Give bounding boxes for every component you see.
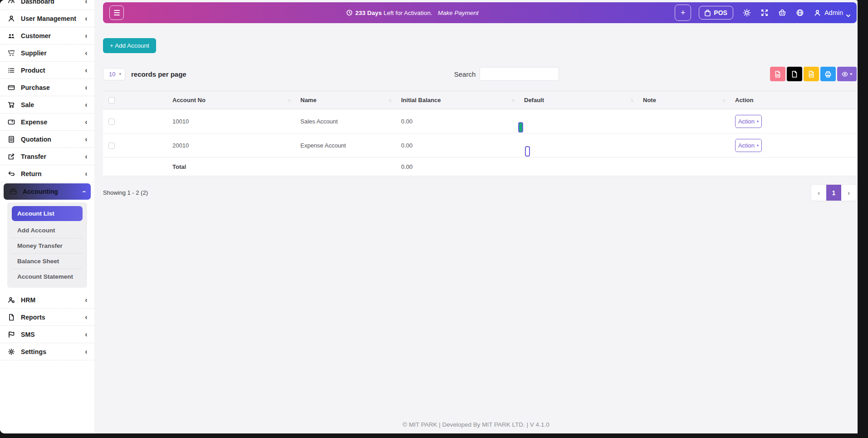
chevron-left-icon: ‹ xyxy=(85,135,87,143)
flag-icon xyxy=(7,330,15,339)
sort-icon[interactable]: ↑↓ xyxy=(630,98,633,103)
submenu-item-balance-sheet[interactable]: Balance Sheet xyxy=(12,254,83,269)
submenu-item-money-transfer[interactable]: Money Transfer xyxy=(12,238,83,254)
table-controls: 10 ▾ records per page Search xyxy=(103,67,857,81)
page-1-button[interactable]: 1 xyxy=(826,185,841,201)
sidebar-item-settings[interactable]: Settings ‹ xyxy=(0,343,94,360)
total-value: 0.00 xyxy=(396,157,519,176)
print-button[interactable] xyxy=(820,67,836,81)
users-icon xyxy=(7,32,15,40)
sidebar: Dashboard ‹ User Management ‹ Customer ‹… xyxy=(0,0,94,433)
chevron-down-icon: ▾ xyxy=(850,72,852,76)
cell-note xyxy=(638,109,730,133)
row-checkbox[interactable] xyxy=(108,143,115,149)
app-window: Dashboard ‹ User Management ‹ Customer ‹… xyxy=(0,0,858,433)
table-total-row: Total 0.00 xyxy=(103,157,857,176)
sidebar-item-product[interactable]: Product ‹ xyxy=(0,62,94,79)
chevron-down-icon: ▾ xyxy=(757,143,759,148)
printer-icon xyxy=(825,71,831,78)
accounting-submenu: Account List Add Account Money Transfer … xyxy=(7,202,87,288)
next-page-button[interactable]: › xyxy=(841,185,856,201)
export-buttons: ▾ xyxy=(770,67,857,81)
make-payment-link[interactable]: Make Payment xyxy=(438,10,479,16)
sidebar-item-reports[interactable]: Reports ‹ xyxy=(0,309,94,326)
chevron-left-icon: ‹ xyxy=(85,296,87,304)
records-per-page-label: records per page xyxy=(131,70,186,78)
chevron-left-icon: ‹ xyxy=(85,49,87,57)
file-pdf-icon xyxy=(775,71,781,78)
search-input[interactable] xyxy=(480,67,559,81)
chevron-down-icon: ‹ xyxy=(80,191,88,192)
chevron-left-icon: ‹ xyxy=(85,330,87,339)
row-action-dropdown[interactable]: Action▾ xyxy=(735,139,762,152)
pos-button[interactable]: POS xyxy=(699,6,733,20)
select-all-checkbox[interactable] xyxy=(108,97,115,103)
col-header-default[interactable]: Default↑↓ xyxy=(519,91,638,109)
col-header-initial-balance[interactable]: Initial Balance↑↓ xyxy=(396,91,519,109)
sidebar-item-dashboard[interactable]: Dashboard ‹ xyxy=(0,0,94,10)
prev-page-button[interactable]: ‹ xyxy=(811,185,826,201)
records-per-page-select[interactable]: 10 ▾ xyxy=(103,68,125,80)
sidebar-item-customer[interactable]: Customer ‹ xyxy=(0,27,94,44)
chevron-left-icon: ‹ xyxy=(85,32,87,40)
quick-add-button[interactable]: + xyxy=(675,5,691,21)
sidebar-item-accounting[interactable]: Accounting ‹ xyxy=(4,183,91,200)
gear-icon xyxy=(7,348,15,356)
sidebar-item-purchase[interactable]: Purchase ‹ xyxy=(0,79,94,96)
toggle-handle xyxy=(518,122,523,133)
share-icon xyxy=(7,153,15,161)
export-pdf-button[interactable] xyxy=(770,67,785,81)
column-visibility-button[interactable]: ▾ xyxy=(837,67,857,81)
cell-name: Sales Account xyxy=(295,109,396,133)
sort-icon[interactable]: ↑↓ xyxy=(288,98,290,103)
sidebar-item-expense[interactable]: Expense ‹ xyxy=(0,113,94,131)
wallet-icon xyxy=(7,118,15,126)
sun-icon[interactable] xyxy=(743,9,751,17)
sidebar-item-sale[interactable]: Sale ‹ xyxy=(0,96,94,113)
file-icon xyxy=(791,71,798,78)
sidebar-item-supplier[interactable]: Supplier ‹ xyxy=(0,44,94,62)
activation-days: 233 Days xyxy=(355,10,382,16)
list-icon xyxy=(7,66,15,74)
chevron-left-icon: ‹ xyxy=(85,66,87,74)
activation-text: Left for Activation. xyxy=(383,10,432,16)
cell-account-no: 10010 xyxy=(167,109,295,133)
sidebar-item-transfer[interactable]: Transfer ‹ xyxy=(0,148,94,165)
submenu-item-account-statement[interactable]: Account Statement xyxy=(12,269,83,284)
col-header-name[interactable]: Name↑↓ xyxy=(295,91,396,109)
col-header-note[interactable]: Note↑↓ xyxy=(638,91,730,109)
accounts-table: Account No↑↓ Name↑↓ Initial Balance↑↓ De… xyxy=(103,91,857,176)
export-csv-button[interactable] xyxy=(787,67,802,81)
sidebar-item-return[interactable]: Return ‹ xyxy=(0,165,94,182)
cell-initial-balance: 0.00 xyxy=(396,109,519,133)
search-group: Search xyxy=(454,67,559,81)
globe-icon[interactable] xyxy=(796,9,804,17)
sidebar-item-hrm[interactable]: HRM ‹ xyxy=(0,291,94,309)
sidebar-toggle-button[interactable] xyxy=(109,5,124,20)
sort-icon[interactable]: ↑↓ xyxy=(722,98,725,103)
sidebar-item-quotation[interactable]: Quotation ‹ xyxy=(0,131,94,148)
export-excel-button[interactable] xyxy=(804,67,819,81)
basket-icon[interactable] xyxy=(778,9,786,17)
admin-label: Admin xyxy=(824,9,843,16)
sort-icon[interactable]: ↑↓ xyxy=(388,98,391,103)
sidebar-item-user-management[interactable]: User Management ‹ xyxy=(0,10,94,27)
sort-icon[interactable]: ↑↓ xyxy=(511,98,514,103)
cell-name: Expense Account xyxy=(295,133,396,157)
admin-menu[interactable]: Admin xyxy=(814,9,850,17)
row-action-dropdown[interactable]: Action▾ xyxy=(735,115,762,128)
table-header-row: Account No↑↓ Name↑↓ Initial Balance↑↓ De… xyxy=(103,91,857,109)
gauge-icon xyxy=(7,0,15,5)
add-account-button[interactable]: + Add Account xyxy=(103,38,156,53)
chevron-left-icon: ‹ xyxy=(85,101,87,109)
credit-card-icon xyxy=(7,84,15,92)
fullscreen-icon[interactable] xyxy=(760,9,769,17)
row-checkbox[interactable] xyxy=(108,118,115,125)
col-header-account-no[interactable]: Account No↑↓ xyxy=(167,91,295,109)
cell-note xyxy=(638,133,730,157)
person-badge-icon xyxy=(7,296,15,304)
submenu-item-add-account[interactable]: Add Account xyxy=(12,223,83,238)
clock-icon xyxy=(346,10,353,16)
submenu-item-account-list[interactable]: Account List xyxy=(12,206,83,221)
sidebar-item-sms[interactable]: SMS ‹ xyxy=(0,326,94,343)
